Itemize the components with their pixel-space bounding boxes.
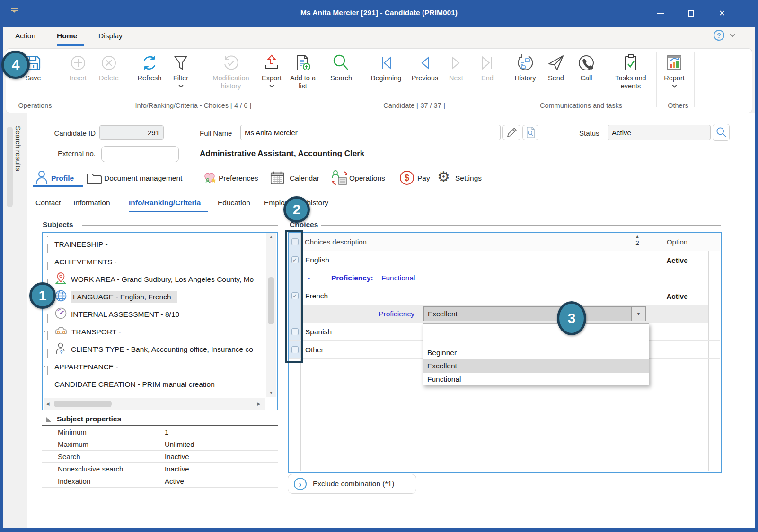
dropdown-option-excellent[interactable]: Excellent [423, 359, 649, 373]
row-checkbox-french[interactable]: ✓ [289, 287, 301, 305]
call-button[interactable]: Call [572, 52, 601, 82]
export-icon [263, 52, 281, 74]
report-chart-icon [665, 52, 684, 74]
select-all-checkbox[interactable] [289, 233, 301, 251]
tab-document-management[interactable]: Document management [104, 174, 182, 183]
minimize-button[interactable] [649, 5, 672, 22]
tab-profile[interactable]: Profile [51, 174, 74, 183]
dropdown-option-functional[interactable]: Functional [423, 373, 649, 386]
gear-icon: ⚙ [437, 169, 450, 185]
proficiency-combobox[interactable]: Excellent ▼ [423, 306, 646, 321]
row-checkbox-other[interactable]: ✓ [289, 341, 301, 359]
subtab-education[interactable]: Education [218, 199, 250, 207]
subject-item-language[interactable]: LANGUAGE - English, French [44, 288, 263, 305]
tab-settings[interactable]: Settings [455, 174, 482, 183]
subject-item-internal-assessment[interactable]: INTERNAL ASSESSMENT - 8/10 [44, 305, 263, 323]
row-checkbox-spanish[interactable]: ✓ [289, 323, 301, 341]
search-results-dock[interactable]: Search results [3, 113, 27, 528]
scroll-up-icon[interactable]: ▲ [266, 233, 276, 241]
filter-button[interactable]: Filter [167, 52, 195, 87]
delete-icon [100, 52, 118, 74]
scroll-right-icon[interactable]: ▶ [255, 398, 263, 410]
full-name-field[interactable] [240, 125, 501, 140]
history-button[interactable]: History [509, 52, 541, 82]
column-header-description[interactable]: Choices description [305, 233, 367, 251]
vertical-scrollbar[interactable]: ▲ ▼ [266, 233, 276, 397]
add-to-list-icon [294, 52, 312, 74]
menu-tab-action[interactable]: Action [15, 32, 35, 40]
refresh-icon [140, 52, 159, 74]
menu-tab-display[interactable]: Display [98, 32, 123, 40]
gauge-icon [54, 307, 67, 322]
dropdown-option-blank[interactable] [423, 324, 649, 346]
subtab-contact[interactable]: Contact [35, 199, 61, 207]
scroll-down-icon[interactable]: ▼ [266, 389, 276, 397]
external-no-field[interactable] [101, 146, 179, 162]
subtab-info-ranking-criteria[interactable]: Info/Ranking/Criteria [129, 199, 201, 207]
tab-operations[interactable]: Operations [349, 174, 385, 183]
status-search-button[interactable] [713, 124, 730, 141]
subtab-information[interactable]: Information [73, 199, 110, 207]
preview-document-button[interactable] [522, 125, 538, 140]
editor-label: Proficiency [301, 305, 419, 323]
callout-badge-2: 2 [283, 196, 310, 223]
refresh-button[interactable]: Refresh [133, 52, 166, 82]
scrollbar-thumb[interactable] [54, 401, 112, 407]
chevron-down-icon [269, 83, 274, 88]
tab-preferences[interactable]: Preferences [219, 174, 258, 183]
svg-text:?: ? [60, 349, 63, 355]
phone-icon [577, 52, 596, 74]
search-icon [332, 52, 351, 74]
menu-tab-home[interactable]: Home [57, 32, 77, 40]
subject-item-achievements[interactable]: ACHIEVEMENTS - [44, 253, 263, 270]
export-button[interactable]: Export [257, 52, 286, 87]
choice-row-english[interactable]: English Active [301, 251, 720, 269]
expander-icon[interactable] [46, 417, 51, 422]
job-title: Administrative Assistant, Accounting Cle… [200, 149, 364, 158]
heart-star-icon [203, 170, 218, 187]
add-to-list-button[interactable]: Add to a list [286, 52, 320, 90]
dropdown-option-beginner[interactable]: Beginner [423, 346, 649, 359]
report-button[interactable]: Report [657, 52, 691, 87]
status-field[interactable] [608, 125, 711, 140]
search-button[interactable]: Search [324, 52, 358, 82]
beginning-button[interactable]: Beginning [365, 52, 407, 82]
send-button[interactable]: Send [541, 52, 571, 82]
subjects-title-rule [82, 225, 278, 226]
maximize-button[interactable] [679, 5, 702, 22]
help-icon[interactable]: ? [714, 30, 724, 41]
subject-item-work-area[interactable]: WORK AREA - Grand Sudbury, Los Angeles C… [44, 270, 263, 288]
row-checkbox-english[interactable]: ✓ [289, 251, 301, 269]
subject-item-appartenance[interactable]: APPARTENANCE - [44, 358, 263, 375]
close-button[interactable]: × [711, 5, 733, 22]
choice-row-french[interactable]: French Active [301, 287, 720, 305]
choices-header-row[interactable]: Choices description ▲ 2 Option [301, 233, 720, 251]
row-checkbox-empty [289, 269, 301, 287]
scrollbar-thumb[interactable] [268, 277, 274, 324]
subject-item-candidate-creation[interactable]: CANDIDATE CREATION - PRIM manual creatio… [44, 375, 263, 393]
dock-handle[interactable] [7, 127, 13, 207]
combobox-arrow-icon[interactable]: ▼ [631, 307, 645, 321]
insert-button[interactable]: Insert [63, 52, 93, 82]
subjects-title: Subjects [43, 220, 73, 229]
next-button[interactable]: Next [441, 52, 471, 82]
tasks-events-button[interactable]: Tasks and events [606, 52, 655, 90]
tab-calendar[interactable]: Calendar [290, 174, 319, 183]
subject-item-traineeship[interactable]: TRAINEESHIP - [44, 235, 263, 253]
dollar-icon: $ [400, 171, 414, 185]
ribbon-group-caption: Operations [6, 102, 64, 109]
edit-name-button[interactable] [502, 125, 520, 140]
tab-pay[interactable]: Pay [417, 174, 430, 183]
delete-button[interactable]: Delete [94, 52, 124, 82]
end-button[interactable]: End [472, 52, 502, 82]
previous-button[interactable]: Previous [407, 52, 443, 82]
filter-icon [172, 52, 190, 74]
subject-item-clients-type[interactable]: ? CLIENT'S TYPE - Bank, Accounting offic… [44, 340, 263, 358]
modification-history-button[interactable]: Modification history [206, 52, 256, 90]
column-header-option[interactable]: Option [646, 233, 708, 251]
scroll-left-icon[interactable]: ◀ [44, 398, 52, 410]
horizontal-scrollbar[interactable]: ◀ ▶ [44, 398, 265, 410]
subject-item-transport[interactable]: TRANSPORT - [44, 323, 263, 340]
exclude-combination-button[interactable]: › Exclude combination (*1) [288, 474, 416, 494]
folder-icon [86, 172, 102, 187]
